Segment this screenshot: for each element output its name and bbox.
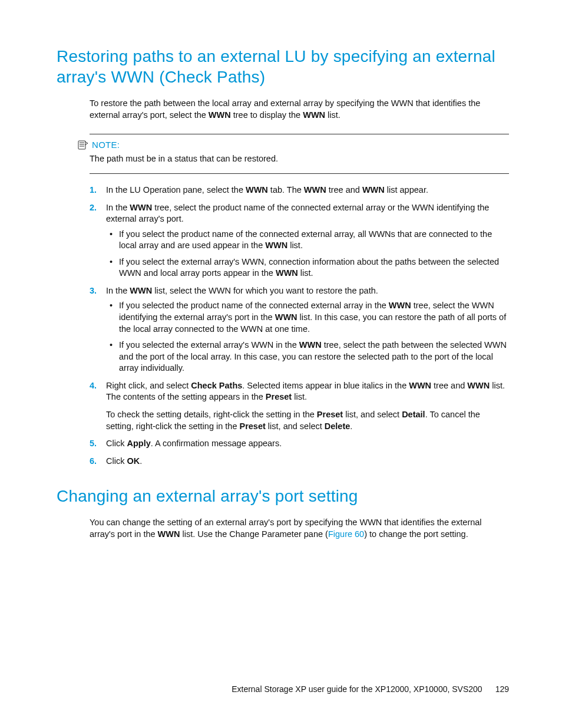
text: Click	[106, 456, 127, 466]
list-item: Click OK.	[90, 456, 509, 467]
text: . Selected items appear in blue italics …	[242, 381, 409, 390]
page-number: 129	[495, 684, 509, 695]
list-item: In the WWN tree, select the product name…	[90, 202, 509, 279]
bold-wwn: WWN	[304, 185, 326, 195]
figure-link[interactable]: Figure 60	[328, 529, 364, 539]
text: Right click, and select	[106, 381, 191, 390]
section-heading-restoring-paths: Restoring paths to an external LU by spe…	[57, 46, 509, 87]
section2-body: You can change the setting of an externa…	[90, 517, 509, 540]
bold-wwn: WWN	[467, 381, 490, 390]
note-header: NOTE:	[78, 139, 509, 151]
list-item: Click Apply. A confirmation message appe…	[90, 438, 509, 450]
procedure-list: In the LU Operation pane, select the WWN…	[90, 185, 509, 467]
text: tab. The	[268, 185, 304, 195]
text: list.	[325, 110, 340, 120]
sub-list: If you select the product name of the co…	[106, 229, 509, 279]
bold-wwn: WWN	[265, 241, 287, 250]
list-item: If you select the product name of the co…	[106, 229, 509, 252]
text: . A confirmation message appears.	[151, 439, 282, 448]
bold-wwn: WWN	[303, 110, 325, 120]
text: list, select the WWN for which you want …	[152, 286, 378, 295]
note-rule-top	[90, 134, 509, 134]
text: In the	[106, 203, 130, 212]
text: tree and	[326, 185, 362, 195]
bold-wwn: WWN	[389, 301, 411, 310]
sub-list: If you selected the product name of the …	[106, 300, 509, 374]
text: list.	[287, 241, 303, 250]
note-icon	[78, 140, 88, 150]
bold-apply: Apply	[127, 439, 150, 448]
text: list.	[292, 392, 307, 401]
bold-wwn: WWN	[209, 110, 231, 120]
bold-delete: Delete	[325, 421, 351, 431]
section-heading-changing-port: Changing an external array's port settin…	[57, 486, 509, 506]
list-item: In the WWN list, select the WWN for whic…	[90, 285, 509, 374]
bold-wwn: WWN	[246, 185, 268, 195]
list-item: If you selected the product name of the …	[106, 300, 509, 335]
bold-wwn: WWN	[409, 381, 431, 390]
note-label: NOTE:	[92, 139, 120, 151]
step4-subparagraph: To check the setting details, right-clic…	[106, 409, 509, 432]
bold-preset: Preset	[266, 392, 292, 401]
footer-title: External Storage XP user guide for the X…	[232, 684, 482, 695]
note-body: The path must be in a status that can be…	[90, 153, 509, 165]
text: In the	[106, 286, 130, 295]
bold-wwn: WWN	[276, 268, 298, 278]
text: list appear.	[385, 185, 428, 195]
bold-wwn: WWN	[158, 529, 180, 539]
text: list, and select	[266, 421, 325, 431]
text: list. Use the Change Parameter pane (	[180, 529, 328, 539]
bold-wwn: WWN	[299, 340, 322, 350]
bold-ok: OK	[127, 456, 140, 466]
bold-wwn: WWN	[130, 203, 152, 212]
text: .	[350, 421, 352, 431]
list-item: If you select the external array's WWN, …	[106, 256, 509, 279]
bold-preset: Preset	[239, 421, 265, 431]
text: tree to display the	[231, 110, 303, 120]
list-item: Right click, and select Check Paths. Sel…	[90, 380, 509, 432]
text: If you selected the product name of the …	[119, 301, 389, 310]
document-page: Restoring paths to an external LU by spe…	[0, 0, 562, 728]
note-rule-bottom	[90, 173, 509, 174]
section1-body: To restore the path between the local ar…	[90, 98, 509, 467]
section2-paragraph: You can change the setting of an externa…	[90, 517, 509, 540]
bold-preset: Preset	[317, 410, 343, 419]
list-item: In the LU Operation pane, select the WWN…	[90, 185, 509, 196]
text: If you selected the external array's WWN…	[119, 340, 299, 350]
text: list.	[298, 268, 313, 278]
text: tree, select the product name of the con…	[106, 203, 489, 224]
text: In the LU Operation pane, select the	[106, 185, 246, 195]
text: To check the setting details, right-clic…	[106, 410, 317, 419]
svg-rect-0	[78, 141, 85, 149]
list-item: If you selected the external array's WWN…	[106, 340, 509, 374]
intro-paragraph: To restore the path between the local ar…	[90, 98, 509, 121]
text: .	[140, 456, 142, 466]
bold-detail: Detail	[402, 410, 425, 419]
bold-wwn: WWN	[362, 185, 385, 195]
text: Click	[106, 439, 127, 448]
text: list, and select	[343, 410, 402, 419]
text: ) to change the port setting.	[364, 529, 468, 539]
text: tree and	[431, 381, 467, 390]
page-footer: External Storage XP user guide for the X…	[232, 684, 509, 695]
bold-check-paths: Check Paths	[191, 381, 242, 390]
bold-wwn: WWN	[275, 312, 297, 322]
bold-wwn: WWN	[130, 286, 152, 295]
text: If you select the product name of the co…	[119, 229, 492, 251]
